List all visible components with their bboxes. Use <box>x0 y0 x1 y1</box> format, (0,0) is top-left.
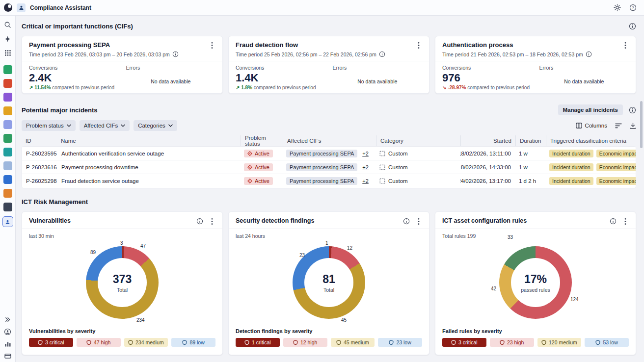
more-cifs-link[interactable]: +2 <box>362 151 369 156</box>
criteria-chip[interactable]: Economic impact <box>596 150 636 157</box>
table-row[interactable]: P-26023616 Payment processing downtime A… <box>22 160 636 174</box>
columns-button[interactable]: Columns <box>576 123 607 129</box>
kebab-menu-icon[interactable] <box>622 217 629 225</box>
donut-ring[interactable]: 17% passed rules <box>499 246 572 319</box>
card-info-icon[interactable] <box>196 218 204 225</box>
card-info-icon[interactable] <box>610 218 617 225</box>
severity-chip-medium[interactable]: 234 medium <box>124 338 168 347</box>
severity-chip-critical[interactable]: 1 critical <box>236 338 280 347</box>
severity-chip-critical[interactable]: 3 critical <box>442 338 486 347</box>
sidebar-app-7[interactable] <box>3 148 12 156</box>
criteria-chip[interactable]: Incident duration <box>549 163 593 171</box>
cif-info-icon[interactable] <box>629 23 636 30</box>
cell-status: Active <box>240 163 282 171</box>
kebab-menu-icon[interactable] <box>415 217 422 225</box>
expand-sidebar-icon[interactable] <box>4 315 12 323</box>
col-header-started[interactable]: Started <box>460 135 515 146</box>
table-row[interactable]: P-26025298 Fraud detection service outag… <box>22 174 636 188</box>
severity-chip-medium[interactable]: 120 medium <box>537 338 582 347</box>
shield-icon <box>128 340 133 345</box>
severity-chip-medium[interactable]: 45 medium <box>331 338 375 347</box>
help-icon[interactable]: ? <box>628 3 637 12</box>
dynatrace-logo[interactable] <box>4 3 12 12</box>
severity-chip-high[interactable]: 23 high <box>490 338 534 347</box>
sparkle-icon[interactable] <box>4 35 12 43</box>
sidebar-app-8[interactable] <box>3 161 12 170</box>
table-row[interactable]: P-26023595 Authentication verification s… <box>22 147 636 160</box>
sidebar-app-10[interactable] <box>3 189 12 198</box>
conversions-value: 2.4K <box>29 72 126 84</box>
search-icon[interactable] <box>4 21 12 28</box>
download-icon[interactable] <box>630 123 636 129</box>
criteria-chip[interactable]: Incident duration <box>549 150 593 157</box>
kebab-menu-icon[interactable] <box>209 41 215 49</box>
card-subtitle: Total rules 199 <box>442 233 629 239</box>
col-header-criteria[interactable]: Triggered classification criteria <box>546 135 636 146</box>
severity-chip-high[interactable]: 47 high <box>77 338 121 347</box>
severity-chip-low[interactable]: 53 low <box>585 338 629 347</box>
more-cifs-link[interactable]: +2 <box>362 178 369 184</box>
period-info-icon[interactable] <box>172 51 179 57</box>
settings-icon[interactable] <box>613 3 621 12</box>
kebab-menu-icon[interactable] <box>209 217 215 225</box>
filter-categories[interactable]: Categories <box>134 120 177 131</box>
cif-chip[interactable]: Payment processing SEPA <box>286 163 357 171</box>
activity-chart-icon[interactable] <box>4 340 12 348</box>
col-header-duration[interactable]: Duration <box>515 135 546 146</box>
period-info-icon[interactable] <box>586 51 592 57</box>
kebab-menu-icon[interactable] <box>622 41 629 49</box>
cell-id: P-26023595 <box>22 151 57 156</box>
conversions-label: Conversions <box>29 65 126 71</box>
vulnerabilities-donut-chart: 373 Total 3 47 234 89 <box>71 239 174 326</box>
severity-chip-high[interactable]: 12 high <box>283 338 327 347</box>
archive-icon[interactable] <box>4 352 12 360</box>
filter-problem-status[interactable]: Problem status <box>22 120 76 131</box>
sidebar-app-9[interactable] <box>3 175 12 184</box>
col-header-affected-cifs[interactable]: Affected CIFs <box>283 135 376 146</box>
segment-label: 12 <box>347 245 352 251</box>
shield-icon <box>541 340 546 345</box>
donut-ring[interactable]: 373 Total <box>86 246 159 319</box>
cif-chip[interactable]: Payment processing SEPA <box>286 177 357 185</box>
severity-chip-low[interactable]: 89 low <box>171 338 215 347</box>
incidents-info-icon[interactable] <box>629 106 636 114</box>
time-period-text: Time period 21 Feb 2026, 02:53 pm – 18 F… <box>442 52 583 57</box>
col-header-problem-status[interactable]: Problem status <box>241 135 283 146</box>
ict-card-title: Vulnerabilities <box>29 217 71 224</box>
more-cifs-link[interactable]: +2 <box>362 164 369 170</box>
row-density-icon[interactable] <box>615 123 622 129</box>
sidebar-app-6[interactable] <box>3 134 12 143</box>
manage-all-incidents-button[interactable]: Manage all incidents <box>558 104 623 115</box>
shield-icon <box>38 340 43 345</box>
card-info-icon[interactable] <box>403 218 410 225</box>
apps-grid-icon[interactable] <box>4 49 12 57</box>
cell-category: Custom <box>376 164 460 170</box>
scrollbar-thumb[interactable] <box>640 101 643 148</box>
severity-chip-low[interactable]: 23 low <box>378 338 422 347</box>
sidebar-app-3[interactable] <box>3 93 12 102</box>
criteria-chip[interactable]: Economic impact <box>596 177 636 185</box>
sidebar-app-active-compliance[interactable] <box>2 216 13 227</box>
ict-card-security-findings: Security detection findings last 24 hour… <box>228 211 429 355</box>
account-icon[interactable] <box>4 328 12 336</box>
filter-affected-cifs[interactable]: Affected CIFs <box>80 120 130 131</box>
cell-name: Payment processing downtime <box>57 164 240 170</box>
severity-section-title: Detection findings by severity <box>236 328 422 334</box>
sidebar-app-4[interactable] <box>3 106 12 115</box>
cif-section-title: Critical or important functions (CIFs) <box>22 23 133 30</box>
col-header-category[interactable]: Category <box>376 135 460 146</box>
period-info-icon[interactable] <box>379 51 385 57</box>
kebab-menu-icon[interactable] <box>415 41 422 49</box>
criteria-chip[interactable]: Incident duration <box>549 177 593 185</box>
sidebar-app-5[interactable] <box>3 120 12 129</box>
col-header-id[interactable]: ID <box>22 135 57 146</box>
sidebar-app-11[interactable] <box>3 203 12 211</box>
cell-category: Custom <box>376 178 460 184</box>
cif-chip[interactable]: Payment processing SEPA <box>286 150 357 157</box>
problem-diamond-icon <box>247 179 252 183</box>
col-header-name[interactable]: Name <box>57 135 241 146</box>
severity-chip-critical[interactable]: 3 critical <box>29 338 73 347</box>
criteria-chip[interactable]: Economic impact <box>596 163 636 171</box>
sidebar-app-1[interactable] <box>3 65 12 74</box>
sidebar-app-2[interactable] <box>3 79 12 88</box>
